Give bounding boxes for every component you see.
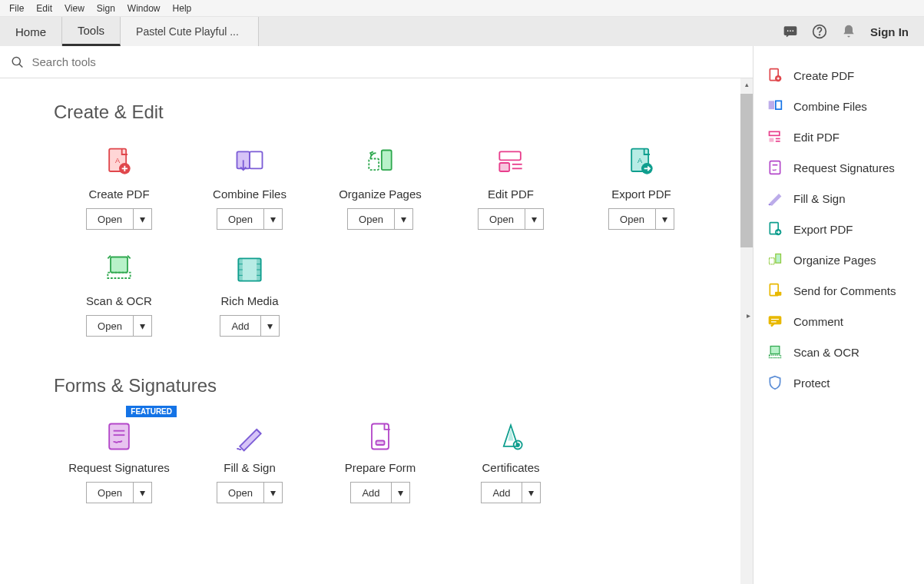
sidebar-item-send-comments[interactable]: Send for Comments [753, 275, 924, 306]
chat-icon[interactable] [783, 24, 798, 39]
menu-sign[interactable]: Sign [91, 2, 121, 15]
combine-icon [767, 98, 783, 114]
combine-files-icon [233, 146, 267, 180]
scan-ocr-icon [102, 253, 136, 287]
open-button[interactable]: Open [479, 209, 525, 229]
dropdown-caret[interactable]: ▾ [655, 209, 674, 229]
tab-tools[interactable]: Tools [62, 17, 121, 46]
sidebar-item-scan-ocr[interactable]: Scan & OCR [753, 337, 924, 367]
scrollbar-thumb[interactable] [740, 94, 753, 247]
menu-view[interactable]: View [58, 2, 91, 15]
dropdown-caret[interactable]: ▾ [522, 483, 540, 503]
section-title-create-edit: Create & Edit [54, 101, 707, 123]
menu-file[interactable]: File [3, 2, 30, 15]
signatures-icon [767, 160, 783, 175]
collapse-sidebar-handle[interactable]: ▸ [743, 304, 753, 327]
open-button[interactable]: Open [217, 483, 263, 503]
create-pdf-icon: A [102, 146, 136, 180]
svg-rect-60 [770, 355, 781, 357]
tool-scan-ocr[interactable]: Scan & OCR Open▾ [54, 253, 184, 337]
svg-point-6 [12, 57, 20, 65]
send-comments-icon [767, 283, 783, 298]
sidebar-item-organize-pages[interactable]: Organize Pages [753, 244, 924, 275]
sidebar-item-edit-pdf[interactable]: Edit PDF [753, 121, 924, 152]
tool-certificates[interactable]: Certificates Add▾ [445, 420, 576, 503]
add-button[interactable]: Add [220, 316, 260, 336]
dropdown-caret[interactable]: ▾ [133, 316, 151, 336]
tool-create-pdf[interactable]: A Create PDF Open▾ [54, 146, 184, 230]
dropdown-caret[interactable]: ▾ [133, 209, 151, 229]
fill-sign-icon [767, 191, 783, 206]
request-signatures-icon [102, 420, 136, 453]
scrollbar-track[interactable]: ▴ [740, 78, 753, 584]
open-button[interactable]: Open [348, 209, 394, 229]
dropdown-caret[interactable]: ▾ [260, 316, 279, 336]
sidebar-item-combine-files[interactable]: Combine Files [753, 91, 924, 121]
svg-rect-14 [369, 159, 379, 171]
open-button[interactable]: Open [87, 316, 133, 336]
sidebar-item-comment[interactable]: Comment [753, 306, 924, 337]
tool-label: Create PDF [88, 187, 149, 201]
dropdown-caret[interactable]: ▾ [525, 209, 543, 229]
open-button[interactable]: Open [217, 209, 263, 229]
dropdown-caret[interactable]: ▾ [263, 483, 282, 503]
sidebar-label: Protect [793, 377, 830, 390]
svg-point-5 [820, 35, 820, 35]
tool-combine-files[interactable]: Combine Files Open▾ [184, 146, 315, 230]
edit-icon [767, 129, 783, 144]
sidebar-item-request-signatures[interactable]: Request Signatures [753, 152, 924, 183]
tool-rich-media[interactable]: Rich Media Add▾ [184, 253, 315, 337]
svg-rect-52 [776, 254, 781, 264]
tab-home[interactable]: Home [0, 17, 62, 46]
tab-document[interactable]: Pastel Cute Playful ... [121, 17, 259, 46]
organize-icon [767, 252, 783, 267]
sidebar-label: Request Signatures [793, 161, 895, 174]
svg-rect-22 [111, 257, 128, 273]
svg-rect-33 [109, 424, 129, 450]
tool-export-pdf[interactable]: A Export PDF Open▾ [576, 146, 707, 230]
scroll-up-button[interactable]: ▴ [740, 78, 753, 91]
tool-label: Edit PDF [488, 187, 534, 201]
open-button[interactable]: Open [609, 209, 655, 229]
tool-edit-pdf[interactable]: Edit PDF Open▾ [445, 146, 576, 230]
svg-rect-15 [499, 151, 521, 160]
bell-icon[interactable] [841, 24, 856, 39]
tool-fill-sign[interactable]: Fill & Sign Open▾ [184, 420, 315, 503]
help-icon[interactable] [812, 24, 827, 39]
featured-badge: FEATURED [126, 406, 177, 417]
tool-request-signatures[interactable]: FEATURED Request Signatures Open▾ [54, 420, 184, 503]
tool-organize-pages[interactable]: Organize Pages Open▾ [315, 146, 445, 230]
sidebar-item-export-pdf[interactable]: Export PDF [753, 214, 924, 244]
dropdown-caret[interactable]: ▾ [391, 483, 409, 503]
menu-window[interactable]: Window [121, 2, 167, 15]
menu-edit[interactable]: Edit [30, 2, 58, 15]
search-icon [11, 55, 24, 69]
search-input[interactable] [31, 55, 742, 68]
sidebar-item-protect[interactable]: Protect [753, 367, 924, 398]
tabbar: Home Tools Pastel Cute Playful ... Sign … [0, 17, 924, 46]
edit-pdf-icon [494, 146, 528, 180]
svg-text:A: A [638, 157, 643, 164]
svg-rect-43 [776, 101, 782, 109]
dropdown-caret[interactable]: ▾ [133, 483, 151, 503]
svg-rect-55 [775, 292, 781, 296]
dropdown-caret[interactable]: ▾ [394, 209, 412, 229]
svg-rect-45 [770, 138, 774, 142]
tool-prepare-form[interactable]: Prepare Form Add▾ [315, 420, 445, 503]
sidebar-item-fill-sign[interactable]: Fill & Sign [753, 183, 924, 214]
svg-text:A: A [115, 157, 121, 164]
tool-label: Fill & Sign [224, 461, 276, 474]
svg-point-39 [515, 443, 520, 447]
open-button[interactable]: Open [87, 483, 133, 503]
right-sidebar: Create PDF Combine Files Edit PDF Reques… [753, 46, 924, 584]
open-button[interactable]: Open [87, 209, 133, 229]
menu-help[interactable]: Help [167, 2, 198, 15]
add-button[interactable]: Add [351, 483, 390, 503]
sidebar-label: Organize Pages [793, 254, 876, 267]
add-button[interactable]: Add [482, 483, 521, 503]
tool-label: Request Signatures [68, 461, 170, 474]
tool-label: Prepare Form [345, 461, 416, 474]
dropdown-caret[interactable]: ▾ [263, 209, 282, 229]
sign-in-button[interactable]: Sign In [870, 25, 909, 38]
sidebar-item-create-pdf[interactable]: Create PDF [753, 60, 924, 91]
